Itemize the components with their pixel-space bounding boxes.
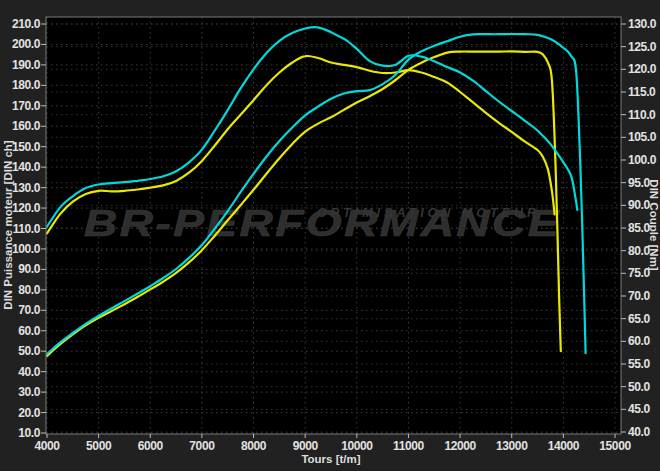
y-left-tick-label: 40.0 <box>18 365 40 379</box>
y-left-tick-label: 200.0 <box>12 37 41 51</box>
y-right-tick-label: 65.0 <box>628 312 650 326</box>
y-left-tick-label: 100.0 <box>12 242 41 256</box>
x-tick-label: 10000 <box>341 439 373 453</box>
y-left-tick-label: 60.0 <box>18 324 40 338</box>
y-right-tick-label: 105.0 <box>628 130 657 144</box>
x-tick-label: 14000 <box>548 439 580 453</box>
y-left-tick-label: 70.0 <box>18 303 40 317</box>
y-right-tick-label: 90.0 <box>628 198 650 212</box>
y-right-tick-label: 125.0 <box>628 40 657 54</box>
y-left-tick-label: 150.0 <box>12 140 41 154</box>
y-left-tick-label: 120.0 <box>12 201 41 215</box>
y-left-tick-label: 180.0 <box>12 78 41 92</box>
y-right-tick-label: 60.0 <box>628 334 650 348</box>
y-left-tick-label: 50.0 <box>18 344 40 358</box>
y-right-tick-label: 55.0 <box>628 357 650 371</box>
x-tick-label: 7000 <box>189 439 215 453</box>
y-left-tick-label: 130.0 <box>12 181 41 195</box>
y-left-tick-label: 110.0 <box>13 222 41 236</box>
y-left-tick-label: 190.0 <box>12 58 41 72</box>
y-left-tick-label: 80.0 <box>18 283 40 297</box>
x-tick-label: 13000 <box>496 439 528 453</box>
y-left-tick-label: 160.0 <box>12 119 41 133</box>
dyno-chart: BR-PERFORMANCE OPTIMISATION MOTEUR 210.0… <box>0 0 660 471</box>
y-left-tick-label: 30.0 <box>18 385 40 399</box>
watermark-subtitle: OPTIMISATION MOTEUR <box>317 206 540 220</box>
y-right-tick-label: 110.0 <box>628 108 656 122</box>
y-right-tick-label: 75.0 <box>628 266 650 280</box>
x-tick-label: 8000 <box>241 439 267 453</box>
y-right-tick-label: 40.0 <box>628 425 650 439</box>
y-left-tick-label: 140.0 <box>12 160 41 174</box>
x-axis-title: Tours [t/m] <box>301 453 360 465</box>
right-axis-title: DIN Couple [Nm] <box>648 179 660 271</box>
chart-canvas: BR-PERFORMANCE OPTIMISATION MOTEUR 210.0… <box>0 0 660 471</box>
y-right-tick-label: 85.0 <box>628 221 650 235</box>
y-left-tick-label: 210.0 <box>12 17 41 31</box>
x-tick-label: 12000 <box>444 439 476 453</box>
x-tick-label: 5000 <box>86 439 112 453</box>
y-right-tick-label: 45.0 <box>628 402 650 416</box>
y-left-tick-label: 20.0 <box>18 406 40 420</box>
y-right-tick-label: 120.0 <box>628 62 657 76</box>
x-tick-label: 11000 <box>393 439 424 453</box>
y-left-tick-label: 90.0 <box>18 262 40 276</box>
y-right-tick-label: 130.0 <box>628 17 657 31</box>
y-right-tick-label: 115.0 <box>628 85 656 99</box>
y-right-tick-label: 50.0 <box>628 380 650 394</box>
x-tick-label: 9000 <box>293 439 319 453</box>
y-right-tick-label: 80.0 <box>628 244 650 258</box>
y-right-tick-label: 100.0 <box>628 153 657 167</box>
y-right-tick-label: 95.0 <box>628 176 650 190</box>
left-axis-title: DIN Puissance moteur [DIN ch] <box>2 140 14 310</box>
x-tick-label: 4000 <box>34 439 60 453</box>
x-tick-label: 6000 <box>138 439 164 453</box>
y-left-tick-label: 170.0 <box>12 99 41 113</box>
y-left-tick-label: 10.0 <box>18 426 40 440</box>
y-right-tick-label: 70.0 <box>628 289 650 303</box>
x-tick-label: 15000 <box>599 439 631 453</box>
